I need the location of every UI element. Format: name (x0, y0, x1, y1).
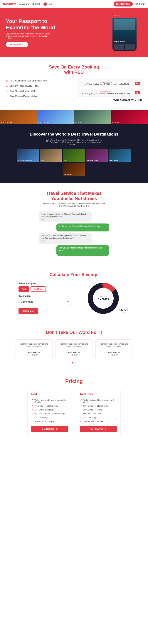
testimonials-section: Don't Take Our Word For it Premium custo… (0, 322, 148, 371)
arrow-icon: → (23, 44, 25, 46)
pricing-cards: Red ✓ Watch unlimited travel shows in HD… (6, 389, 142, 436)
hero-text: Your Passport to Exploring the World Exp… (6, 18, 113, 47)
show-thumb-label: Bliss (64, 160, 68, 162)
savings-callout: ₹5775 Savings (101, 284, 108, 288)
pricing-section: Pricing Red ✓ Watch unlimited travel sho… (0, 371, 148, 444)
saved-amount: You Saved ₹12500 (77, 98, 142, 102)
feature-2: ✓ 7% Off on Hotel Bookings (31, 405, 68, 407)
plan-name: Red (31, 392, 68, 396)
testimonial-text: Premium customer service and travel assi… (59, 342, 89, 348)
feature-4: ✓ No Extra Fees on Flight Bookings (31, 412, 68, 415)
show-item[interactable]: XP Guide (74, 110, 111, 124)
show-thumb[interactable]: The Gypsies (109, 149, 131, 162)
travel-service-subtitle: No Hold Times, No Being Stranded, No Del… (42, 202, 106, 207)
save-heading: Save On Every Booking with RED (6, 64, 142, 75)
show-thumb-label: Bliss (41, 160, 45, 162)
savings-label: Savings (101, 286, 108, 288)
check-icon: ✓ (80, 420, 82, 423)
show-thumb[interactable]: The Food Guide (86, 149, 108, 162)
testimonials-heading: Don't Take Our Word For it (6, 330, 142, 335)
show-thumb[interactable]: Bliss (63, 149, 85, 162)
plan-buttons: Red Red Plus (18, 286, 71, 292)
show-thumb[interactable]: Backpack Indonesia (17, 149, 39, 162)
nav-red[interactable]: + Red (43, 2, 52, 6)
phone-subloc: City Guides Europe (114, 42, 136, 43)
brand-logo[interactable]: travelxp (3, 2, 16, 6)
feature-2: ✓ 10% Off on Hotel Bookings (80, 405, 117, 407)
diamond-icon: ◇ (6, 79, 8, 82)
testimonials-grid: Premium customer service and travel assi… (6, 340, 142, 359)
testimonial-role: Traveller (19, 354, 49, 356)
svg-text:Rs.38499: Rs.38499 (98, 298, 109, 301)
feature-3: ✓ 15% Off on Holidays (31, 409, 68, 411)
show-label: XP Guide (75, 122, 84, 123)
select-plan-label: Select your plan (18, 282, 71, 285)
carousel-dot-1[interactable] (72, 362, 73, 364)
show-thumb[interactable]: Bliss (40, 149, 62, 162)
show-thumb-label: The Gypsies (64, 174, 72, 175)
subscribe-button[interactable]: SUBSCRIBE (114, 2, 133, 6)
list-item: ◇ No Convenience Fees on Flights. Ever. (6, 79, 71, 82)
hero-phone: travelxp Hadahaa, Maldives City Guides E… (113, 14, 142, 51)
travel-service-heading: Travel Service That Makes You Smile. Not… (6, 191, 142, 201)
pricing-heading: Pricing (6, 378, 142, 384)
red-badge-icon: + (43, 2, 47, 6)
circle-arrow-icon: ⊙ (105, 428, 107, 430)
feature-5: ✓ 24/7 Concierge (31, 416, 68, 419)
svg-rect-0 (19, 3, 21, 4)
check-icon: ✓ (31, 405, 33, 407)
show-label: City Breaks (38, 122, 50, 123)
get-started-red-button[interactable]: Get Started ⊙ (31, 426, 68, 432)
plan-red-plus-button[interactable]: Red Plus (30, 286, 46, 292)
check-icon: ✓ (80, 399, 82, 401)
show-thumb-label: The Food Guide (87, 160, 98, 162)
chat-container: I have to cancel my flight to Chennai. C… (39, 212, 109, 256)
pricing-card-red-plus: Red Plus ✓ Watch unlimited travel shows … (76, 389, 121, 436)
list-item: ◇ Save 25% on Every Holiday. (6, 95, 71, 98)
navbar: travelxp Watch Book + Red SUBSCRIBE Logi… (0, 0, 148, 8)
check-icon: ✓ (31, 409, 33, 411)
feature-4: ✓ No Extra Fees Ever (80, 412, 117, 415)
feature-6: ✓ Share it with 5 people (80, 420, 117, 423)
destination-select[interactable]: Uttarakhand Goa Kerala Rajasthan (18, 299, 71, 305)
tip-badge-2: tip (135, 91, 140, 94)
carousel-dots (6, 362, 142, 364)
plan-red-button[interactable]: Red (18, 286, 29, 292)
tip-badge: tip (135, 82, 140, 85)
show-thumb[interactable]: The Gypsies (63, 163, 85, 176)
testimonial-name: Sara Wilson (59, 351, 89, 354)
discover-subtitle: Make Your Travel Bucketlist with 600+ Tr… (44, 139, 104, 146)
get-started-red-plus-button[interactable]: Get Started ⊙ (80, 426, 117, 432)
hero-heading: Your Passport to Exploring the World (6, 18, 113, 30)
pricing-card-red: Red ✓ Watch unlimited travel shows in HD… (27, 389, 72, 436)
savings-amount: ₹5775 (101, 284, 108, 286)
show-label: City Breaks (1, 122, 13, 123)
feature-1: ✓ Watch unlimited travel shows in HD Qua… (31, 399, 68, 403)
save-promo: tip Travelxp-new... Ka-Ching! You just s… (77, 79, 142, 102)
testimonial-role: Traveller (99, 354, 129, 356)
show-item[interactable]: City Breaks (0, 110, 37, 124)
chat-time: 12:48 (41, 240, 89, 242)
calc-content: Select your plan Red Red Plus Destinatio… (18, 282, 130, 315)
show-thumb-label: Backpack Indonesia (18, 160, 32, 162)
diamond-icon: ◇ (6, 90, 8, 92)
nav-book[interactable]: Book (32, 2, 40, 5)
promo-card-2: tip Travelxp-new... Ka-Ching! You just d… (77, 89, 142, 97)
save-content: ◇ No Convenience Fees on Flights. Ever. … (6, 79, 142, 102)
check-icon: ✓ (31, 420, 33, 423)
nav-login[interactable]: Login (136, 2, 145, 5)
carousel-dot-2[interactable] (75, 362, 76, 364)
calculate-button[interactable]: Calculate (18, 308, 38, 314)
list-item: ◇ Save 5% Flat on Every Flight. (6, 84, 71, 88)
show-item[interactable]: City Breaks (37, 110, 74, 124)
chat-time: Online (59, 252, 107, 254)
show-item[interactable]: XP Guide (111, 110, 148, 124)
check-icon: ✓ (31, 399, 33, 401)
show-thumb-label: The Gypsies (110, 160, 118, 162)
phone-screen: travelxp Hadahaa, Maldives City Guides E… (113, 14, 137, 51)
svg-text:Total Cost: Total Cost (100, 296, 107, 298)
chat-bubble-3: I also have to book another flight to Mu… (39, 233, 92, 244)
you-pay: ₹32724 You Pay (119, 308, 128, 313)
nav-watch[interactable]: Watch (19, 2, 29, 5)
hero-cta-button[interactable]: Live the travel → (6, 42, 28, 47)
